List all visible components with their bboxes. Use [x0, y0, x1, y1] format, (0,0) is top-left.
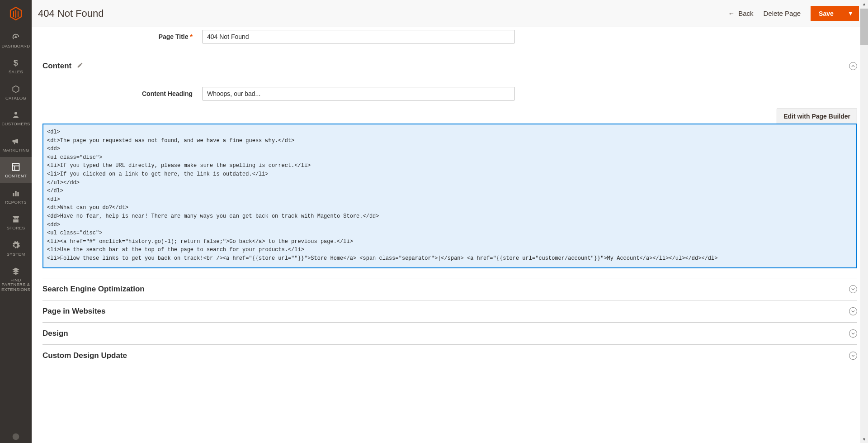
scroll-down-icon[interactable]: ▼	[860, 435, 868, 443]
save-button[interactable]: Save	[811, 6, 842, 21]
nav-customers[interactable]: CUSTOMERS	[0, 105, 32, 131]
content-heading-row: Content Heading	[42, 87, 857, 100]
edit-builder-row: Edit with Page Builder	[42, 109, 857, 124]
store-icon	[10, 214, 21, 224]
delete-page-button[interactable]: Delete Page	[764, 10, 801, 17]
nav-label: FIND PARTNERS & EXTENSIONS	[1, 278, 30, 292]
layout-icon	[10, 162, 21, 172]
window-scrollbar[interactable]: ▲ ▼	[860, 0, 868, 443]
nav-label: CONTENT	[5, 174, 27, 178]
scroll-up-icon[interactable]: ▲	[860, 0, 868, 8]
section-label: Custom Design Update	[42, 351, 127, 360]
arrow-left-icon: ←	[728, 10, 735, 17]
svg-point-8	[13, 433, 19, 440]
content-scroll[interactable]: Page Title* Content Content Heading	[32, 24, 868, 443]
section-label: Search Engine Optimization	[42, 285, 145, 294]
svg-rect-6	[15, 191, 16, 196]
header-actions: ← Back Delete Page Save ▼	[728, 6, 859, 21]
content-heading-label: Content Heading	[42, 90, 203, 97]
back-label: Back	[738, 10, 753, 17]
chevron-down-icon	[849, 329, 857, 338]
nav-label: SALES	[9, 70, 23, 74]
nav-label: SYSTEM	[7, 252, 25, 257]
page-title-label: Page Title*	[42, 33, 203, 40]
svg-text:$: $	[14, 58, 18, 67]
page-title-input[interactable]	[203, 30, 514, 43]
nav-label: REPORTS	[5, 200, 27, 205]
chart-icon	[10, 188, 21, 199]
edit-with-page-builder-button[interactable]: Edit with Page Builder	[777, 109, 857, 124]
nav-stores[interactable]: STORES	[0, 209, 32, 235]
required-marker: *	[190, 33, 193, 40]
back-button[interactable]: ← Back	[728, 10, 753, 17]
section-custom-design-update[interactable]: Custom Design Update	[42, 344, 857, 367]
caret-down-icon: ▼	[848, 10, 854, 17]
nav-label: CUSTOMERS	[1, 122, 30, 126]
box-icon	[10, 84, 21, 95]
nav-sales[interactable]: $ SALES	[0, 53, 32, 79]
main-area: 404 Not Found ← Back Delete Page Save ▼ …	[32, 0, 868, 443]
dollar-icon: $	[10, 57, 21, 68]
svg-point-1	[14, 112, 17, 115]
nav-marketing[interactable]: MARKETING	[0, 131, 32, 157]
section-seo[interactable]: Search Engine Optimization	[42, 278, 857, 300]
page-title-row: Page Title*	[42, 30, 857, 43]
pencil-icon	[77, 62, 83, 71]
page-title: 404 Not Found	[38, 8, 728, 19]
save-button-group: Save ▼	[811, 6, 859, 21]
nav-label: CATALOG	[5, 96, 26, 100]
nav-content[interactable]: CONTENT	[0, 157, 32, 183]
section-design[interactable]: Design	[42, 322, 857, 344]
magento-logo[interactable]	[0, 0, 32, 27]
section-label: Design	[42, 329, 68, 338]
svg-rect-5	[13, 193, 14, 196]
megaphone-icon	[10, 136, 21, 147]
link-icon	[10, 266, 21, 276]
nav-label: STORES	[7, 226, 25, 230]
gauge-icon	[10, 32, 21, 43]
content-section-title: Content	[42, 62, 71, 71]
content-html-textarea[interactable]	[42, 124, 857, 268]
nav-label: DASHBOARD	[2, 44, 30, 48]
svg-rect-7	[17, 192, 19, 196]
nav-dashboard[interactable]: DASHBOARD	[0, 27, 32, 53]
page-title-label-text: Page Title	[159, 33, 189, 40]
chevron-down-icon	[849, 307, 857, 315]
content-section-header[interactable]: Content	[42, 54, 857, 78]
nav-label: MARKETING	[2, 148, 29, 152]
svg-rect-2	[13, 164, 19, 171]
save-dropdown-button[interactable]: ▼	[842, 6, 859, 21]
chevron-down-icon	[849, 285, 857, 293]
nav-reports[interactable]: REPORTS	[0, 183, 32, 209]
admin-sidebar: DASHBOARD $ SALES CATALOG CUSTOMERS MARK…	[0, 0, 32, 443]
content-heading-input[interactable]	[203, 87, 514, 100]
collapsed-sections: Search Engine Optimization Page in Websi…	[42, 278, 857, 367]
person-icon	[10, 110, 21, 120]
nav-partners[interactable]: FIND PARTNERS & EXTENSIONS	[0, 261, 32, 296]
page-header: 404 Not Found ← Back Delete Page Save ▼	[32, 0, 868, 27]
sidebar-bottom-icon	[0, 430, 32, 443]
chevron-down-icon	[849, 352, 857, 360]
section-label: Page in Websites	[42, 307, 106, 316]
nav-system[interactable]: SYSTEM	[0, 235, 32, 261]
section-page-in-websites[interactable]: Page in Websites	[42, 300, 857, 322]
nav-catalog[interactable]: CATALOG	[0, 79, 32, 105]
chevron-up-icon	[849, 62, 857, 70]
gear-icon	[10, 240, 21, 251]
content-section-body: Content Heading Edit with Page Builder	[42, 78, 857, 270]
